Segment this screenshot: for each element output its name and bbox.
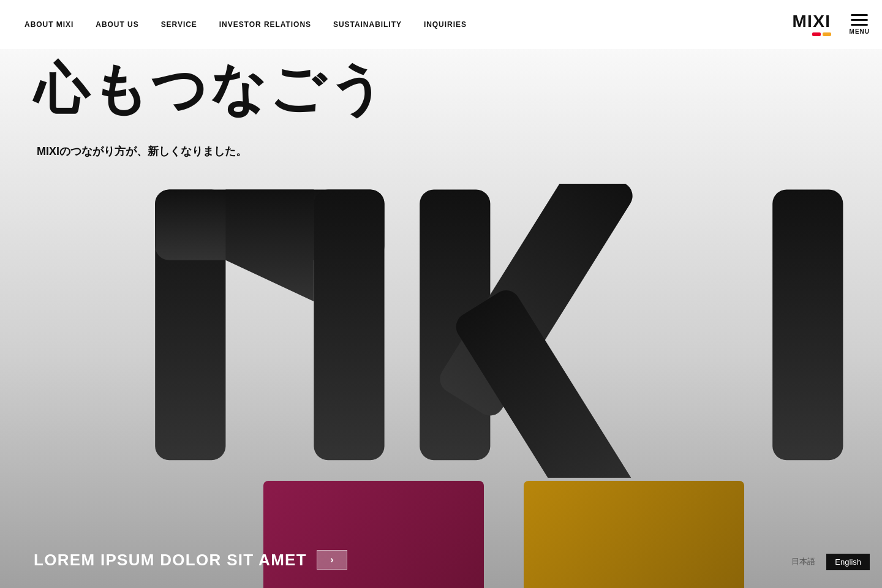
lorem-text-area: LOREM IPSUM DOLOR SIT AMET ›	[34, 550, 347, 570]
nav-sustainability[interactable]: SUSTAINABILITY	[333, 20, 402, 29]
header-right: MIXI MENU	[792, 13, 870, 36]
hero-headline: 心もつなごう	[34, 61, 387, 116]
menu-line-2	[851, 19, 868, 21]
nav-service[interactable]: SERVICE	[161, 20, 197, 29]
lang-english-button[interactable]: English	[826, 554, 870, 570]
language-switcher: 日本語 English	[783, 552, 870, 571]
svg-rect-7	[772, 190, 843, 461]
big-logo-container	[110, 184, 882, 478]
menu-line-1	[851, 14, 868, 16]
nav-investor-relations[interactable]: INVESTOR RELATIONS	[219, 20, 311, 29]
nav-links: ABOUT MIXI ABOUT US SERVICE INVESTOR REL…	[0, 20, 467, 29]
lorem-ipsum-text: LOREM IPSUM DOLOR SIT AMET	[34, 551, 307, 570]
header: ABOUT MIXI ABOUT US SERVICE INVESTOR REL…	[0, 0, 882, 49]
lang-japanese-button[interactable]: 日本語	[783, 552, 824, 571]
logo-text: MIXI	[792, 13, 831, 30]
hero-subtext: MIXIのつながり方が、新しくなりました。	[37, 144, 247, 159]
card-gold[interactable]	[524, 481, 744, 588]
logo-dots	[812, 32, 831, 36]
logo-area: MIXI	[792, 13, 831, 36]
logo-dot-yellow	[823, 32, 831, 36]
menu-lines-icon	[851, 14, 868, 26]
card-crimson[interactable]	[263, 481, 484, 588]
logo-dot-red	[812, 32, 821, 36]
nav-inquiries[interactable]: INQUIRIES	[424, 20, 467, 29]
nav-about-mixi[interactable]: ABOUT MIXI	[24, 20, 74, 29]
menu-button[interactable]: MENU	[850, 14, 870, 35]
arrow-icon: ›	[330, 554, 333, 565]
menu-label: MENU	[850, 28, 870, 35]
nav-about-us[interactable]: ABOUT US	[96, 20, 138, 29]
svg-marker-3	[225, 190, 314, 301]
svg-rect-2	[314, 190, 384, 461]
bottom-area	[0, 478, 882, 588]
menu-line-3	[851, 24, 868, 26]
arrow-button[interactable]: ›	[317, 550, 347, 570]
